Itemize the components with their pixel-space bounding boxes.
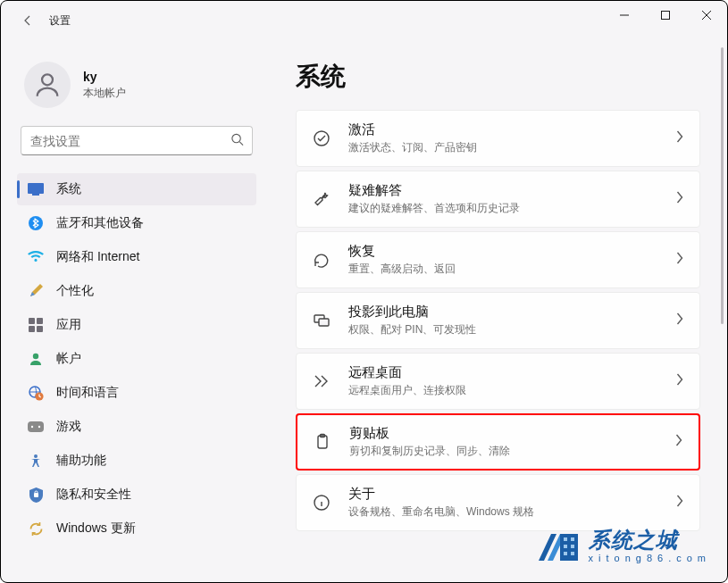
svg-rect-0 — [662, 12, 670, 20]
minimize-button[interactable] — [604, 1, 645, 29]
nav-label: 游戏 — [56, 419, 81, 435]
account-icon — [28, 351, 44, 367]
watermark-text: 系统之城 xitong86.com — [589, 526, 711, 563]
chevron-right-icon — [676, 191, 683, 207]
card-title: 投影到此电脑 — [348, 304, 658, 321]
chevron-right-icon — [676, 252, 683, 268]
card-body: 恢复 重置、高级启动、返回 — [348, 243, 658, 277]
shield-icon — [28, 487, 44, 503]
svg-rect-7 — [37, 318, 43, 324]
profile-subtitle: 本地帐户 — [83, 86, 126, 101]
card-subtitle: 权限、配对 PIN、可发现性 — [348, 322, 658, 337]
nav-label: 隐私和安全性 — [56, 487, 131, 503]
scrollbar-thumb[interactable] — [721, 47, 724, 324]
card-body: 激活 激活状态、订阅、产品密钥 — [348, 121, 658, 155]
close-icon — [702, 11, 711, 20]
search-wrap — [21, 126, 253, 155]
minimize-icon — [620, 11, 629, 20]
svg-rect-29 — [564, 552, 567, 555]
svg-point-15 — [34, 454, 38, 458]
chevron-right-icon — [676, 130, 683, 146]
chevron-right-icon — [676, 373, 683, 389]
close-button[interactable] — [686, 1, 727, 29]
nav-label: 个性化 — [56, 283, 94, 299]
card-title: 剪贴板 — [349, 425, 657, 442]
nav-item-system[interactable]: 系统 — [17, 173, 256, 205]
card-title: 恢复 — [348, 243, 658, 260]
watermark-title: 系统之城 — [589, 526, 711, 554]
card-body: 剪贴板 剪切和复制历史记录、同步、清除 — [349, 425, 657, 459]
settings-window: 设置 ky 本地帐户 — [0, 0, 728, 583]
svg-rect-30 — [571, 552, 574, 555]
card-activation[interactable]: 激活 激活状态、订阅、产品密钥 — [296, 110, 700, 167]
svg-point-10 — [33, 354, 38, 359]
nav-label: 网络和 Internet — [56, 249, 139, 265]
nav-item-apps[interactable]: 应用 — [17, 309, 256, 341]
clipboard-icon — [314, 433, 331, 451]
card-subtitle: 远程桌面用户、连接权限 — [348, 383, 658, 398]
nav-item-windows-update[interactable]: Windows 更新 — [17, 512, 256, 545]
card-projecting[interactable]: 投影到此电脑 权限、配对 PIN、可发现性 — [296, 292, 700, 349]
maximize-button[interactable] — [645, 1, 686, 29]
svg-rect-6 — [29, 318, 35, 324]
nav-item-gaming[interactable]: 游戏 — [17, 411, 256, 443]
card-recovery[interactable]: 恢复 重置、高级启动、返回 — [296, 231, 700, 288]
globe-clock-icon — [28, 385, 44, 401]
card-subtitle: 激活状态、订阅、产品密钥 — [348, 140, 658, 155]
nav-item-accessibility[interactable]: 辅助功能 — [17, 445, 256, 477]
nav-item-privacy[interactable]: 隐私和安全性 — [17, 479, 256, 511]
svg-point-13 — [31, 426, 33, 428]
nav-label: 应用 — [56, 317, 81, 333]
svg-rect-24 — [560, 534, 578, 561]
watermark-logo-icon — [535, 521, 582, 568]
bluetooth-icon — [28, 215, 44, 231]
person-icon — [32, 70, 63, 100]
project-icon — [313, 312, 331, 329]
card-clipboard[interactable]: 剪贴板 剪切和复制历史记录、同步、清除 — [296, 413, 700, 471]
recovery-icon — [313, 251, 331, 269]
remote-desktop-icon — [313, 372, 331, 390]
card-subtitle: 剪切和复制历史记录、同步、清除 — [349, 444, 657, 459]
nav-label: 帐户 — [56, 351, 81, 367]
nav-item-bluetooth[interactable]: 蓝牙和其他设备 — [17, 207, 256, 239]
profile-name: ky — [83, 70, 126, 84]
back-button[interactable] — [17, 10, 38, 31]
nav-item-accounts[interactable]: 帐户 — [17, 343, 256, 375]
maximize-icon — [661, 11, 670, 20]
settings-cards: 激活 激活状态、订阅、产品密钥 疑难解答 建议的疑难解答、首选项和历史记录 — [296, 110, 700, 531]
chevron-right-icon — [676, 312, 683, 329]
wifi-icon — [28, 249, 44, 265]
nav-list: 系统 蓝牙和其他设备 网络和 Internet — [17, 173, 256, 545]
accessibility-icon — [28, 453, 44, 469]
svg-rect-26 — [571, 537, 574, 541]
update-icon — [28, 521, 44, 537]
nav-item-personalization[interactable]: 个性化 — [17, 275, 256, 307]
info-icon — [313, 494, 331, 512]
svg-rect-4 — [32, 194, 39, 196]
svg-rect-25 — [564, 537, 567, 541]
search-input[interactable] — [21, 126, 253, 155]
window-title: 设置 — [49, 13, 71, 29]
chevron-right-icon — [676, 495, 683, 511]
svg-point-18 — [314, 131, 329, 146]
card-body: 疑难解答 建议的疑难解答、首选项和历史记录 — [348, 182, 658, 216]
arrow-left-icon — [21, 13, 35, 28]
svg-point-1 — [42, 74, 53, 85]
profile-block[interactable]: ky 本地帐户 — [17, 40, 256, 126]
page-title: 系统 — [296, 60, 700, 94]
card-subtitle: 建议的疑难解答、首选项和历史记录 — [348, 201, 658, 216]
profile-text: ky 本地帐户 — [83, 70, 126, 101]
nav-item-network[interactable]: 网络和 Internet — [17, 241, 256, 273]
card-title: 关于 — [348, 486, 658, 503]
svg-rect-27 — [564, 545, 567, 548]
nav-item-time-language[interactable]: 时间和语言 — [17, 377, 256, 409]
card-title: 激活 — [348, 121, 658, 138]
card-troubleshoot[interactable]: 疑难解答 建议的疑难解答、首选项和历史记录 — [296, 171, 700, 228]
card-body: 远程桌面 远程桌面用户、连接权限 — [348, 364, 658, 398]
nav-label: 辅助功能 — [56, 453, 106, 469]
nav-label: 蓝牙和其他设备 — [56, 215, 144, 231]
card-remote-desktop[interactable]: 远程桌面 远程桌面用户、连接权限 — [296, 353, 700, 410]
svg-rect-28 — [571, 545, 574, 548]
nav-label: 系统 — [56, 181, 81, 197]
chevron-right-icon — [675, 434, 682, 450]
